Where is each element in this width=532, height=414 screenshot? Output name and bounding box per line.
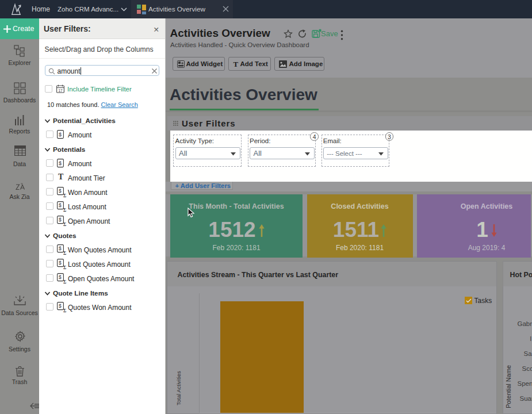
svg-text:$: $ xyxy=(59,303,62,309)
svg-text:$: $ xyxy=(59,132,62,137)
svg-text:$: $ xyxy=(59,202,62,208)
svg-text:$: $ xyxy=(59,260,62,266)
svg-text:Σ: Σ xyxy=(63,265,66,270)
svg-text:$: $ xyxy=(59,217,62,223)
svg-text:17: 17 xyxy=(59,89,63,93)
svg-text:$: $ xyxy=(59,246,62,251)
svg-text:$: $ xyxy=(59,188,62,194)
svg-text:$: $ xyxy=(59,160,62,166)
svg-text:Σ: Σ xyxy=(63,208,66,212)
svg-text:Σ: Σ xyxy=(63,308,66,313)
svg-text:$: $ xyxy=(59,274,62,280)
svg-text:Σ: Σ xyxy=(63,222,66,227)
svg-text:Σ: Σ xyxy=(63,251,66,255)
svg-text:Σ: Σ xyxy=(63,193,66,198)
svg-text:Σ: Σ xyxy=(63,279,66,284)
